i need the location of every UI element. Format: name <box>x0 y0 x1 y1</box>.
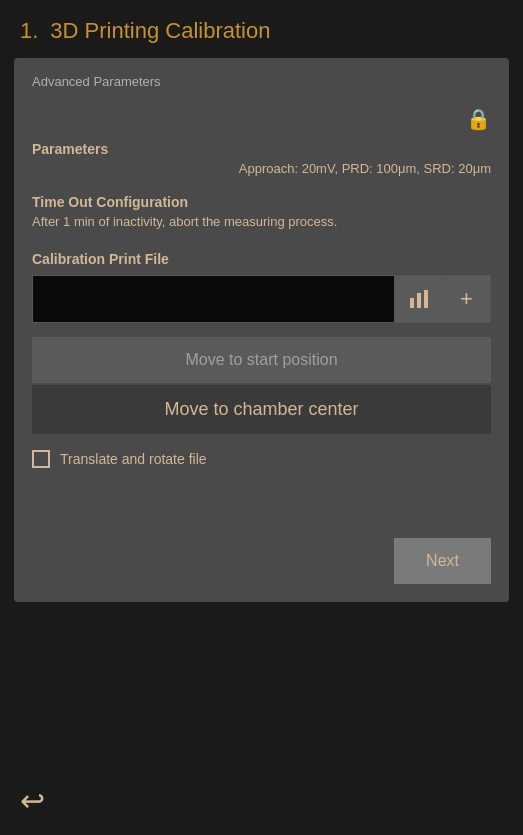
calibration-file-section: Calibration Print File + <box>32 251 491 323</box>
translate-checkbox[interactable] <box>32 450 50 468</box>
back-arrow-icon[interactable]: ↩ <box>20 783 45 818</box>
translate-label: Translate and rotate file <box>60 451 207 467</box>
timeout-label: Time Out Configuration <box>32 194 491 210</box>
file-chart-button[interactable] <box>395 275 443 323</box>
chart-icon <box>408 288 430 310</box>
file-input-row: + <box>32 275 491 323</box>
panel-title: Advanced Parameters <box>32 74 491 89</box>
next-button-row: Next <box>32 528 491 584</box>
bottom-bar: ↩ <box>0 765 523 835</box>
timeout-value: After 1 min of inactivity, abort the mea… <box>32 214 491 229</box>
calibration-file-label: Calibration Print File <box>32 251 491 267</box>
parameters-value: Approach: 20mV, PRD: 100μm, SRD: 20μm <box>32 161 491 176</box>
svg-rect-0 <box>410 298 414 308</box>
step-number: 1. <box>20 18 38 44</box>
lock-icon: 🔒 <box>466 107 491 131</box>
next-button[interactable]: Next <box>394 538 491 584</box>
move-chamber-button[interactable]: Move to chamber center <box>32 385 491 434</box>
parameters-label: Parameters <box>32 141 491 157</box>
page-header: 1. 3D Printing Calibration <box>0 0 523 58</box>
advanced-parameters-panel: Advanced Parameters 🔒 Parameters Approac… <box>14 58 509 602</box>
svg-rect-1 <box>417 293 421 308</box>
lock-icon-row: 🔒 <box>32 107 491 131</box>
file-add-button[interactable]: + <box>443 275 491 323</box>
file-text-input[interactable] <box>32 275 395 323</box>
translate-row: Translate and rotate file <box>32 450 491 468</box>
timeout-section: Time Out Configuration After 1 min of in… <box>32 194 491 229</box>
svg-rect-2 <box>424 290 428 308</box>
move-start-button[interactable]: Move to start position <box>32 337 491 383</box>
page-title: 3D Printing Calibration <box>50 18 270 44</box>
parameters-section: Parameters Approach: 20mV, PRD: 100μm, S… <box>32 141 491 176</box>
